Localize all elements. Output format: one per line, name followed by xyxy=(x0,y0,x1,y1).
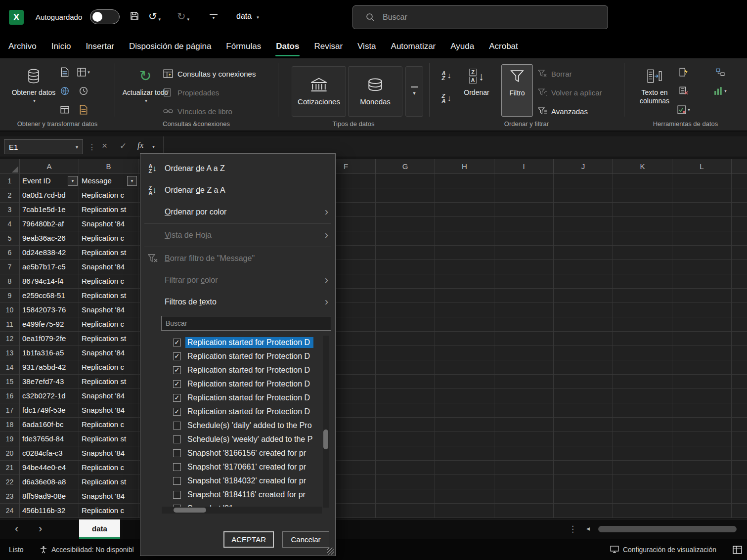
ribbon-tab-inicio[interactable]: Inicio xyxy=(44,35,79,58)
row-header-4[interactable]: 4 xyxy=(0,217,19,231)
search-input[interactable] xyxy=(383,13,571,22)
scrollbar-thumb[interactable] xyxy=(174,508,206,513)
save-button[interactable] xyxy=(130,11,139,21)
consolidate-icon[interactable]: ▾ xyxy=(712,84,729,98)
filter-list-horizontal-scrollbar[interactable] xyxy=(162,507,322,514)
filter-value-row-4[interactable]: ✓Replication started for Protection D xyxy=(161,391,328,405)
checkbox-checked[interactable]: ✓ xyxy=(173,339,181,346)
cell-B21[interactable]: Replication c xyxy=(79,461,138,474)
data-validation-icon[interactable]: ▾ xyxy=(675,103,692,117)
row-header-20[interactable]: 20 xyxy=(0,446,19,461)
ribbon-tab-disposición-de-página[interactable]: Disposición de página xyxy=(122,35,219,58)
ribbon-tab-ayuda[interactable]: Ayuda xyxy=(443,35,482,58)
queries-connections-button[interactable]: Consultas y conexiones xyxy=(163,66,256,81)
column-header-J[interactable]: J xyxy=(554,159,613,173)
cell-B6[interactable]: Replication st xyxy=(79,246,138,259)
cell-A6[interactable]: 0d24e838-42 xyxy=(20,246,79,259)
cell-B15[interactable]: Replication st xyxy=(79,375,138,388)
cell-B8[interactable]: Replication c xyxy=(79,274,138,288)
cell-A24[interactable]: 456b116b-32 xyxy=(20,504,79,517)
filter-menu-sort-by-color[interactable]: Ordenar por color› xyxy=(140,201,335,223)
redo-button[interactable]: ↻ ▾ xyxy=(177,11,189,22)
cell-B11[interactable]: Replication c xyxy=(79,317,138,331)
ribbon-tab-acrobat[interactable]: Acrobat xyxy=(482,35,526,58)
search-bar[interactable] xyxy=(352,5,608,29)
cell-B13[interactable]: Snapshot '84 xyxy=(79,346,138,360)
ribbon-tab-automatizar[interactable]: Automatizar xyxy=(384,35,443,58)
cell-B22[interactable]: Replication st xyxy=(79,475,138,489)
row-header-7[interactable]: 7 xyxy=(0,260,19,274)
next-sheet-icon[interactable]: › xyxy=(39,522,42,535)
row-header-22[interactable]: 22 xyxy=(0,475,19,489)
row-header-23[interactable]: 23 xyxy=(0,489,19,504)
checkbox-unchecked[interactable] xyxy=(173,463,181,471)
scroll-left-icon[interactable]: ◂ xyxy=(586,524,590,532)
checkbox-checked[interactable]: ✓ xyxy=(173,352,181,360)
row-header-19[interactable]: 19 xyxy=(0,432,19,446)
existing-connections-icon[interactable] xyxy=(56,103,73,117)
from-table-icon[interactable]: ▾ xyxy=(75,65,92,79)
row-header-6[interactable]: 6 xyxy=(0,246,19,260)
column-header-I[interactable]: I xyxy=(494,159,554,173)
cell-A17[interactable]: fdc1749f-53e xyxy=(20,403,79,417)
sort-ascending-button[interactable]: AZ ↓ xyxy=(437,66,456,85)
filter-value-row-7[interactable]: Schedule(s) 'weekly' added to the P xyxy=(161,432,328,446)
checkbox-unchecked[interactable] xyxy=(173,449,181,457)
checkbox-checked[interactable]: ✓ xyxy=(173,366,181,374)
filter-value-row-8[interactable]: Snapshot '8166156' created for pr xyxy=(161,446,328,460)
stocks-tile[interactable]: Cotizaciones xyxy=(292,66,346,117)
row-header-2[interactable]: 2 xyxy=(0,188,19,203)
filter-value-row-11[interactable]: Snapshot '8184116' created for pr xyxy=(161,488,328,502)
filter-value-row-10[interactable]: Snapshot '8184032' created for pr xyxy=(161,474,328,488)
column-header-M[interactable]: M xyxy=(732,159,747,173)
row-header-15[interactable]: 15 xyxy=(0,375,19,389)
cell-A18[interactable]: 6ada160f-bc xyxy=(20,418,79,431)
sheet-tab-data[interactable]: data xyxy=(79,519,120,539)
cell-A14[interactable]: 9317a5bd-42 xyxy=(20,360,79,374)
column-header-H[interactable]: H xyxy=(435,159,494,173)
normal-view-button[interactable] xyxy=(733,539,742,560)
filter-value-row-0[interactable]: ✓Replication started for Protection D xyxy=(161,336,328,349)
customize-quick-access-icon[interactable]: ▾ xyxy=(210,14,218,21)
refresh-all-button[interactable]: ↻ Actualizar todo ▾ xyxy=(121,64,170,105)
row-header-8[interactable]: 8 xyxy=(0,274,19,289)
cell-B18[interactable]: Replication c xyxy=(79,418,138,431)
cell-A19[interactable]: fde3765d-84 xyxy=(20,432,79,446)
cell-B10[interactable]: Snapshot '84 xyxy=(79,303,138,317)
filter-search[interactable] xyxy=(161,316,328,331)
cell-A7[interactable]: ae5b7b17-c5 xyxy=(20,260,79,274)
column-header-A[interactable]: A xyxy=(20,159,79,173)
resize-grip[interactable] xyxy=(327,548,334,555)
cell-A22[interactable]: d6a36e08-a8 xyxy=(20,475,79,489)
cell-B23[interactable]: Snapshot '84 xyxy=(79,489,138,503)
filter-value-row-2[interactable]: ✓Replication started for Protection D xyxy=(161,363,328,377)
name-box[interactable]: E1 ▾ xyxy=(4,139,83,154)
sort-descending-button[interactable]: ZA ↓ xyxy=(437,89,456,108)
ribbon-tab-datos[interactable]: Datos xyxy=(268,35,307,58)
ribbon-tab-insertar[interactable]: Insertar xyxy=(78,35,122,58)
cell-B16[interactable]: Snapshot '84 xyxy=(79,389,138,403)
cell-A15[interactable]: 38e7efd7-43 xyxy=(20,375,79,388)
cell-A23[interactable]: 8ff59ad9-08e xyxy=(20,489,79,503)
cell-A10[interactable]: 15842073-76 xyxy=(20,303,79,317)
filter-value-row-5[interactable]: ✓Replication started for Protection D xyxy=(161,405,328,419)
column-header-K[interactable]: K xyxy=(613,159,672,173)
column-header-B[interactable]: B xyxy=(79,159,138,173)
checkbox-checked[interactable]: ✓ xyxy=(173,408,181,416)
recent-sources-icon[interactable] xyxy=(75,84,92,98)
cell-B19[interactable]: Replication st xyxy=(79,432,138,446)
checkbox-unchecked[interactable] xyxy=(173,422,181,430)
cell-B3[interactable]: Replication st xyxy=(79,203,138,216)
row-header-9[interactable]: 9 xyxy=(0,289,19,303)
insert-function-icon[interactable]: fx xyxy=(137,140,143,150)
accessibility-status[interactable]: Accesibilidad: No disponibl xyxy=(40,539,134,560)
cell-B20[interactable]: Snapshot '84 xyxy=(79,446,138,460)
accept-button[interactable]: ACEPTAR xyxy=(223,531,274,548)
filter-button[interactable]: Filtro xyxy=(501,64,533,117)
row-header-18[interactable]: 18 xyxy=(0,418,19,432)
filter-menu-text-filters[interactable]: Filtros de texto› xyxy=(140,291,335,313)
cell-A4[interactable]: 796480b2-af xyxy=(20,217,79,231)
row-header-12[interactable]: 12 xyxy=(0,332,19,346)
filter-value-row-9[interactable]: Snapshot '8170661' created for pr xyxy=(161,460,328,474)
filter-value-row-1[interactable]: ✓Replication started for Protection D xyxy=(161,349,328,363)
